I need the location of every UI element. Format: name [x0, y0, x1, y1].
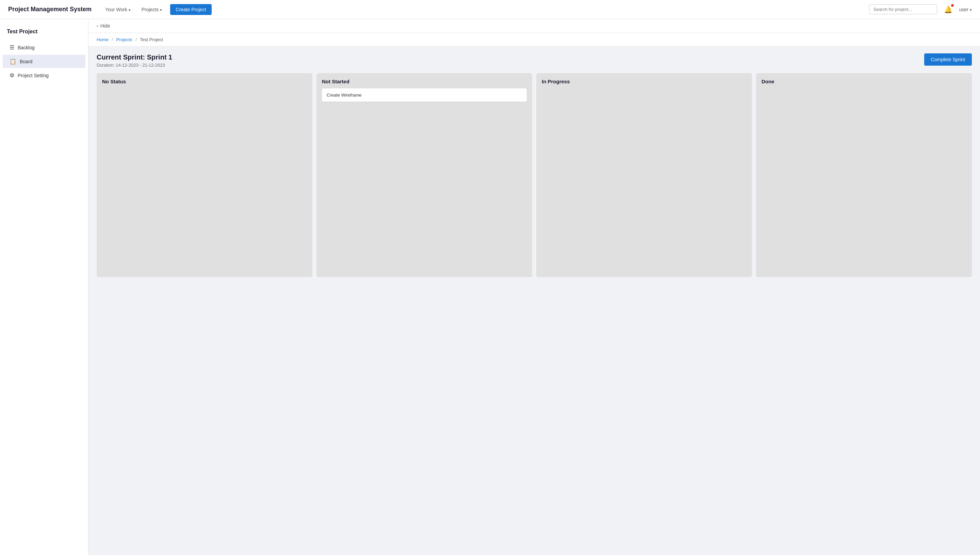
breadcrumb-projects[interactable]: Projects	[116, 37, 132, 42]
create-project-button[interactable]: Create Project	[170, 4, 211, 15]
breadcrumb-current: Test Project	[140, 37, 163, 42]
hide-chevron-icon: ‹	[96, 23, 98, 29]
sprint-duration: Duration: 14-12-2023 - 21-12-2023	[96, 63, 172, 68]
sprint-header: Current Sprint: Sprint 1 Duration: 14-12…	[88, 47, 980, 73]
search-input[interactable]	[869, 5, 937, 14]
sidebar-item-project-setting[interactable]: ⚙ Project Setting	[3, 69, 85, 82]
notification-button[interactable]: 🔔	[943, 4, 954, 15]
breadcrumb: Home / Projects / Test Project	[88, 33, 980, 47]
backlog-icon: ☰	[10, 44, 14, 51]
complete-sprint-button[interactable]: Complete Sprint	[924, 53, 972, 66]
sprint-info: Current Sprint: Sprint 1 Duration: 14-12…	[96, 53, 172, 68]
your-work-chevron-icon	[129, 7, 131, 12]
sidebar-item-backlog-label: Backlog	[18, 45, 35, 50]
board-columns: No Status Not Started Create Wireframe I…	[88, 73, 980, 286]
column-done-title: Done	[762, 79, 966, 84]
column-done: Done	[756, 73, 972, 277]
breadcrumb-sep-1: /	[112, 37, 113, 42]
settings-icon: ⚙	[10, 72, 14, 79]
column-no-status: No Status	[96, 73, 312, 277]
projects-menu[interactable]: Projects	[139, 5, 165, 14]
hide-bar[interactable]: ‹ Hide	[88, 19, 980, 33]
user-menu-button[interactable]: user	[959, 7, 972, 12]
sidebar: Test Project ☰ Backlog 📋 Board ⚙ Project…	[0, 19, 88, 555]
column-in-progress: In Progress	[536, 73, 752, 277]
breadcrumb-sep-2: /	[135, 37, 137, 42]
sidebar-item-board[interactable]: 📋 Board	[3, 55, 85, 68]
board-icon: 📋	[10, 58, 16, 65]
sprint-title: Current Sprint: Sprint 1	[96, 53, 172, 61]
column-in-progress-title: In Progress	[542, 79, 747, 84]
hide-label: Hide	[100, 23, 110, 29]
app-layout: Test Project ☰ Backlog 📋 Board ⚙ Project…	[0, 19, 980, 555]
sidebar-item-backlog[interactable]: ☰ Backlog	[3, 41, 85, 54]
task-card-create-wireframe[interactable]: Create Wireframe	[322, 88, 527, 102]
sidebar-item-project-setting-label: Project Setting	[18, 73, 49, 78]
column-no-status-title: No Status	[102, 79, 307, 84]
sidebar-project-title: Test Project	[0, 26, 88, 40]
main-content: ‹ Hide Home / Projects / Test Project Cu…	[88, 19, 980, 555]
projects-chevron-icon	[160, 7, 162, 12]
notification-badge	[951, 4, 954, 7]
column-not-started-title: Not Started	[322, 79, 527, 84]
column-not-started: Not Started Create Wireframe	[316, 73, 532, 277]
app-brand: Project Management System	[8, 6, 92, 13]
sidebar-item-board-label: Board	[20, 59, 32, 64]
user-chevron-icon	[970, 7, 972, 12]
your-work-menu[interactable]: Your Work	[103, 5, 133, 14]
navbar: Project Management System Your Work Proj…	[0, 0, 980, 19]
breadcrumb-home[interactable]: Home	[96, 37, 109, 42]
